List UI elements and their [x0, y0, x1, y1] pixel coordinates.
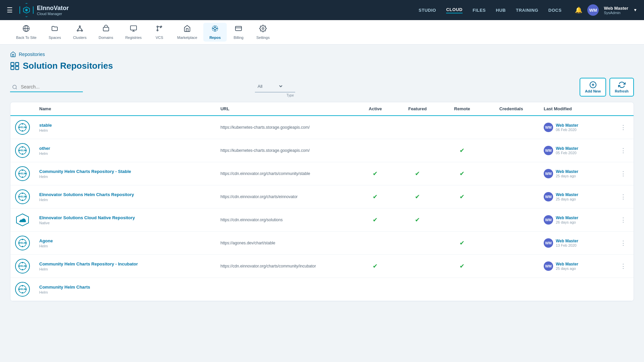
repo-active-cell — [357, 278, 394, 301]
user-cell-info: Web Master 25 days ago — [556, 262, 578, 270]
brand-name: EInnoVator — [37, 5, 69, 12]
repo-credentials-cell — [483, 185, 539, 208]
svg-text:HELM: HELM — [19, 242, 25, 244]
repo-lastmod-cell — [539, 278, 613, 301]
nav-studio[interactable]: STUDIO — [419, 8, 436, 13]
subnav-settings[interactable]: Settings — [250, 23, 276, 42]
svg-rect-22 — [235, 26, 241, 31]
nav-hub[interactable]: HUB — [496, 8, 506, 13]
repo-icon-cell: HELM — [10, 162, 35, 185]
svg-point-44 — [18, 150, 19, 151]
repo-name[interactable]: Community Helm Charts — [39, 285, 211, 290]
repo-actions-cell: ⋮ — [613, 139, 634, 162]
top-nav: ☰ EInnoVator Cloud Manager STUDIO CLOUD … — [0, 0, 644, 20]
logo-hex — [19, 3, 34, 17]
user-cell: WM Web Master 06 Feb 2020 — [544, 123, 608, 132]
nav-files[interactable]: FILES — [473, 8, 486, 13]
repo-name[interactable]: other — [39, 146, 211, 151]
svg-point-43 — [22, 153, 23, 155]
subnav-marketplace[interactable]: Marketplace — [171, 23, 203, 42]
row-more-button[interactable]: ⋮ — [618, 169, 629, 179]
settings-icon — [259, 25, 267, 34]
col-credentials: Credentials — [483, 102, 539, 116]
repo-name[interactable]: stable — [39, 123, 211, 128]
row-more-button[interactable]: ⋮ — [618, 122, 629, 132]
repo-name-cell: Community Helm Charts Repository - Incub… — [35, 255, 216, 278]
nav-docs[interactable]: DOCS — [548, 8, 562, 13]
repo-lastmod-cell: WM Web Master 26 days ago — [539, 208, 613, 232]
subnav-registries[interactable]: Registries — [119, 23, 148, 42]
repo-credentials-cell — [483, 232, 539, 255]
repos-icon — [211, 25, 219, 34]
subnav-repos[interactable]: Repos — [203, 23, 227, 42]
svg-point-74 — [22, 292, 23, 293]
row-more-button[interactable]: ⋮ — [618, 145, 629, 156]
svg-point-36 — [22, 123, 23, 124]
repo-type: Helm — [39, 152, 211, 156]
svg-point-55 — [22, 199, 23, 201]
nav-cloud[interactable]: CLOUD — [446, 7, 463, 13]
marketplace-icon — [183, 25, 191, 34]
search-input[interactable] — [10, 82, 83, 92]
svg-point-1 — [25, 9, 28, 11]
row-more-button[interactable]: ⋮ — [618, 215, 629, 225]
repo-featured-cell — [394, 139, 441, 162]
subnav: Back To Site Spaces Clusters Domains Reg… — [0, 20, 644, 45]
avatar: WM — [544, 169, 553, 178]
user-cell: WM Web Master 25 days ago — [544, 169, 608, 178]
add-new-button[interactable]: Add New — [580, 78, 606, 97]
subnav-vcs[interactable]: VCS — [148, 23, 171, 42]
subnav-domains[interactable]: Domains — [93, 23, 119, 42]
repo-remote-cell: ✔ — [441, 162, 483, 185]
svg-point-70 — [25, 265, 26, 267]
repo-name-cell: Community Helm Charts Repository - Stabl… — [35, 162, 216, 185]
subnav-billing-label: Billing — [234, 36, 244, 40]
table-row: HELM other Helm https://kubernetes-chart… — [10, 139, 634, 162]
user-cell: WM Web Master 25 days ago — [544, 261, 608, 271]
svg-point-6 — [77, 30, 78, 32]
user-cell: WM Web Master 25 days ago — [544, 192, 608, 201]
user-chevron-icon[interactable]: ▼ — [633, 8, 637, 12]
nav-training[interactable]: TRAINING — [516, 8, 538, 13]
folder-icon — [51, 25, 58, 34]
repo-actions-cell: ⋮ — [613, 255, 634, 278]
repo-type: Helm — [39, 290, 211, 294]
refresh-button[interactable]: Refresh — [609, 78, 634, 97]
user-cell: WM Web Master 13 Feb 2020 — [544, 238, 608, 248]
repo-name[interactable]: Community Helm Charts Repository - Stabl… — [39, 169, 211, 174]
row-more-button[interactable]: ⋮ — [618, 238, 629, 248]
row-more-button[interactable]: ⋮ — [618, 261, 629, 271]
refresh-label: Refresh — [615, 89, 629, 93]
user-info[interactable]: Web Master SysAdmin — [604, 6, 628, 15]
svg-point-68 — [22, 269, 23, 270]
repo-featured-cell — [394, 116, 441, 139]
subnav-clusters[interactable]: Clusters — [67, 23, 93, 42]
bell-icon[interactable]: 🔔 — [575, 6, 582, 14]
type-dropdown[interactable]: All Helm Native — [255, 82, 283, 90]
user-cell: WM Web Master 26 days ago — [544, 215, 608, 225]
subnav-repos-label: Repos — [209, 36, 221, 40]
repo-actions-cell: ⋮ — [613, 162, 634, 185]
svg-point-49 — [22, 176, 23, 178]
repo-name[interactable]: Community Helm Charts Repository - Incub… — [39, 261, 211, 266]
vcs-icon — [156, 25, 163, 34]
repo-featured-cell: ✔ — [394, 185, 441, 208]
repo-name[interactable]: EInnovator Solutions Cloud Native Reposi… — [39, 215, 211, 220]
user-cell-info: Web Master 26 days ago — [556, 216, 578, 224]
subnav-billing[interactable]: Billing — [227, 23, 250, 42]
repo-name[interactable]: Agone — [39, 238, 211, 243]
svg-text:HELM: HELM — [19, 126, 25, 128]
subnav-spaces[interactable]: Spaces — [43, 23, 67, 42]
user-date-cell: 06 Feb 2020 — [556, 128, 578, 132]
repo-name[interactable]: EInnovator Solutions Helm Charts Reposit… — [39, 192, 211, 197]
repo-featured-cell — [394, 232, 441, 255]
repo-remote-cell — [441, 208, 483, 232]
row-more-button[interactable]: ⋮ — [618, 192, 629, 202]
user-cell-info: Web Master 05 Feb 2020 — [556, 146, 578, 155]
subnav-back-to-site[interactable]: Back To Site — [10, 23, 43, 42]
repo-credentials-cell — [483, 255, 539, 278]
hamburger-menu[interactable]: ☰ — [7, 6, 13, 14]
user-date-cell: 25 days ago — [556, 266, 578, 270]
col-last-modified: Last Modified — [539, 102, 613, 116]
content-area: Repositories Solution Repositories — [0, 45, 644, 308]
